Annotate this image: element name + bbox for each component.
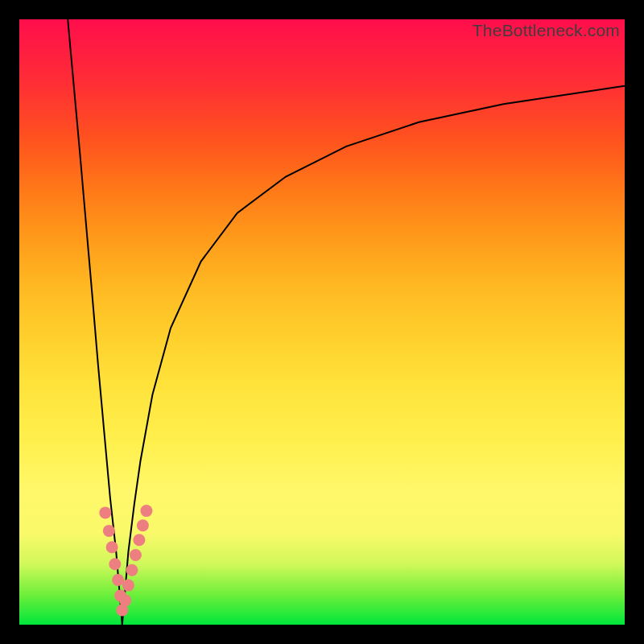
right-branch-curve <box>122 86 625 625</box>
marker-dot <box>122 580 134 592</box>
curve-layer <box>19 19 625 625</box>
plot-area: TheBottleneck.com <box>19 19 625 625</box>
marker-dot <box>137 519 149 531</box>
marker-dot <box>103 525 115 537</box>
marker-dots <box>99 505 152 616</box>
marker-dot <box>130 549 142 561</box>
marker-dot <box>109 558 121 570</box>
marker-dot <box>106 541 118 553</box>
chart-frame: TheBottleneck.com <box>0 0 644 644</box>
marker-dot <box>133 534 145 546</box>
marker-dot <box>119 594 131 606</box>
marker-dot <box>99 506 111 518</box>
marker-dot <box>126 564 138 576</box>
marker-dot <box>140 505 152 517</box>
marker-dot <box>112 574 124 586</box>
